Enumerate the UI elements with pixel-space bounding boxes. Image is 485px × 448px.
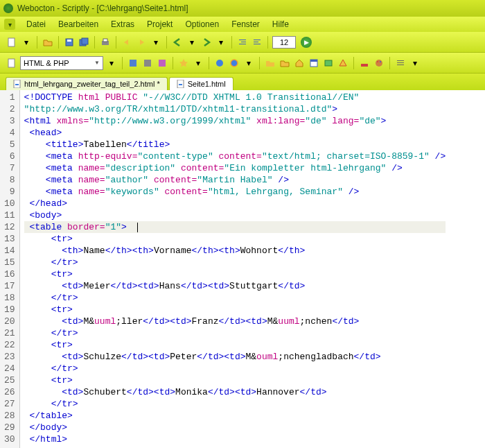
svg-rect-6 <box>103 39 107 42</box>
menu-extras[interactable]: Extras <box>105 18 140 31</box>
folder-icon[interactable] <box>264 57 276 69</box>
menu-datei[interactable]: Datei <box>21 18 51 31</box>
list-icon[interactable] <box>394 57 407 69</box>
code-line[interactable]: <td>Schubert</td><td>Monika</td><td>Hann… <box>24 386 446 398</box>
code-line[interactable]: "http://www.w3.org/TR/xhtml1/DTD/xhtml1-… <box>24 103 446 115</box>
toolbar-secondary: HTML & PHP ▾ ▾ ▾ ▾ <box>0 53 485 74</box>
menu-fenster[interactable]: Fenster <box>226 18 265 31</box>
code-line[interactable]: </table> <box>24 410 446 422</box>
list-dropdown[interactable]: ▾ <box>409 57 421 69</box>
html-file-icon <box>177 80 185 88</box>
line-number: 8 <box>4 174 15 186</box>
code-line[interactable]: <body> <box>24 209 446 221</box>
color-picker-icon[interactable] <box>358 57 371 69</box>
palette-icon[interactable] <box>373 57 385 69</box>
code-line[interactable]: <meta http-equiv="content-type" content=… <box>24 150 446 162</box>
svg-rect-2 <box>67 40 71 42</box>
code-line[interactable]: <th>Name</th><th>Vorname</th><th>Wohnort… <box>24 245 446 257</box>
tool-2[interactable] <box>141 57 154 69</box>
language-select[interactable]: HTML & PHP <box>20 56 103 70</box>
code-line[interactable] <box>24 445 446 448</box>
code-line[interactable]: </tr> <box>24 363 446 374</box>
doc-type-icon[interactable] <box>6 57 18 69</box>
code-line[interactable]: <td>M&uuml;ller</td><td>Franz</td><td>M&… <box>24 316 446 327</box>
svg-rect-12 <box>254 44 261 44</box>
svg-rect-15 <box>144 60 151 67</box>
save-button[interactable] <box>63 36 76 49</box>
code-line[interactable]: </body> <box>24 422 446 433</box>
svg-rect-16 <box>159 60 166 67</box>
code-line[interactable]: <html xmlns="http://www.w3.org/1999/xhtm… <box>24 115 446 127</box>
open-button[interactable] <box>42 36 54 49</box>
back-dropdown[interactable]: ▾ <box>186 36 198 49</box>
browser-dropdown[interactable]: ▾ <box>242 57 255 69</box>
code-line[interactable]: <tr> <box>24 339 446 351</box>
indent-left-button[interactable] <box>236 36 249 49</box>
code-line[interactable]: <tr> <box>24 304 446 316</box>
code-line[interactable]: <tr> <box>24 268 446 280</box>
line-number: 16 <box>4 268 15 280</box>
redo-dropdown[interactable]: ▾ <box>150 36 162 49</box>
line-number: 17 <box>4 280 15 292</box>
warning-icon[interactable] <box>337 57 349 69</box>
menu-hilfe[interactable]: Hilfe <box>267 18 294 31</box>
code-line[interactable]: </tr> <box>24 257 446 268</box>
code-line[interactable]: <meta name="description" content="Ein ko… <box>24 162 446 174</box>
forward-dropdown[interactable]: ▾ <box>215 36 227 49</box>
line-number: 3 <box>4 115 15 127</box>
code-line[interactable]: <title>Tabellen</title> <box>24 139 446 150</box>
code-line[interactable]: </head> <box>24 198 446 209</box>
menu-optionen[interactable]: Optionen <box>179 18 224 31</box>
svg-rect-26 <box>397 60 404 61</box>
code-line[interactable]: </html> <box>24 433 446 445</box>
lang-dropdown[interactable]: ▾ <box>105 57 118 69</box>
menu-bearbeiten[interactable]: Bearbeiten <box>53 18 104 31</box>
back-button[interactable] <box>171 36 184 49</box>
code-line[interactable]: <meta name="author" content="Martin Habe… <box>24 174 446 186</box>
code-line[interactable]: <table border="1"> <box>24 221 446 233</box>
code-line[interactable]: <!DOCTYPE html PUBLIC "-//W3C//DTD XHTML… <box>24 92 446 103</box>
indent-right-button[interactable] <box>251 36 263 49</box>
picture-icon[interactable] <box>322 57 335 69</box>
favorite-icon[interactable] <box>177 57 190 69</box>
page-number-input[interactable]: 12 <box>272 36 296 49</box>
redo-button[interactable] <box>135 36 148 49</box>
browser-ie-icon[interactable] <box>213 57 226 69</box>
undo-button[interactable] <box>121 36 133 49</box>
code-line[interactable]: <td>Meier</td><td>Hans</td><td>Stuttgart… <box>24 280 446 292</box>
forward-button[interactable] <box>200 36 213 49</box>
code-line[interactable]: </tr> <box>24 398 446 410</box>
new-file-button[interactable] <box>6 36 18 49</box>
menu-projekt[interactable]: Projekt <box>141 18 178 31</box>
code-line[interactable]: </tr> <box>24 327 446 339</box>
browser-ie-alt-icon[interactable] <box>228 57 240 69</box>
code-line[interactable]: <meta name="keywords" content="html, Leh… <box>24 186 446 198</box>
window-icon[interactable] <box>308 57 320 69</box>
code-content[interactable]: <!DOCTYPE html PUBLIC "-//W3C//DTD XHTML… <box>20 90 450 448</box>
line-number: 7 <box>4 162 15 174</box>
tab-1[interactable]: Seite1.html <box>169 77 233 90</box>
tab-0[interactable]: html_lehrgang_zweiter_tag_teil_2.html * <box>6 77 168 90</box>
code-line[interactable]: <head> <box>24 127 446 139</box>
print-button[interactable] <box>99 36 112 49</box>
code-line[interactable]: <tr> <box>24 233 446 245</box>
menu-expand-icon[interactable]: ▾ <box>4 19 15 30</box>
code-line[interactable]: </tr> <box>24 292 446 304</box>
toolbar-main: ▾ ▾ ▾ ▾ 12 ▶ <box>0 32 485 53</box>
svg-rect-8 <box>241 42 246 42</box>
line-number: 10 <box>4 198 15 209</box>
tool-3[interactable] <box>156 57 168 69</box>
code-editor[interactable]: 1234567891011121314151617181920212223242… <box>0 90 485 448</box>
svg-rect-0 <box>8 38 15 46</box>
save-all-button[interactable] <box>78 36 90 49</box>
go-button[interactable]: ▶ <box>301 37 312 48</box>
svg-rect-9 <box>239 44 246 44</box>
new-dropdown[interactable]: ▾ <box>20 36 33 49</box>
code-line[interactable]: <tr> <box>24 374 446 386</box>
folder2-icon[interactable] <box>279 57 291 69</box>
tool-1[interactable] <box>127 57 139 69</box>
home-icon[interactable] <box>293 57 306 69</box>
favorite-dropdown[interactable]: ▾ <box>192 57 204 69</box>
menubar: ▾ Datei Bearbeiten Extras Projekt Option… <box>0 17 485 32</box>
code-line[interactable]: <td>Schulze</td><td>Peter</td><td>M&ouml… <box>24 351 446 363</box>
